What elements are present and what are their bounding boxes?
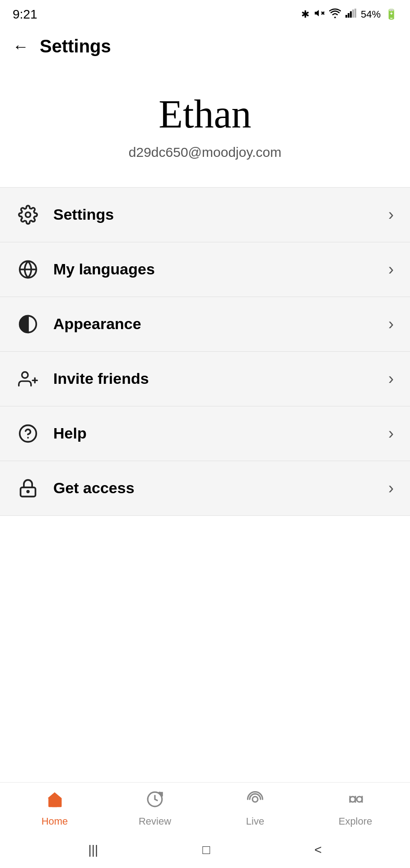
gear-icon — [16, 203, 40, 226]
menu-item-appearance[interactable]: Appearance › — [0, 297, 410, 352]
status-icons: ✱ 54% 🔋 — [301, 8, 397, 21]
menu-item-left: Settings — [16, 203, 114, 226]
battery-indicator: 54% — [361, 9, 381, 20]
review-nav-label: Review — [139, 816, 171, 827]
profile-name: Ethan — [158, 93, 251, 137]
appearance-chevron: › — [388, 315, 394, 334]
explore-icon — [346, 791, 365, 812]
home-nav-label: Home — [42, 816, 68, 827]
languages-chevron: › — [388, 260, 394, 279]
languages-label: My languages — [53, 260, 155, 278]
menu-item-left: Invite friends — [16, 367, 149, 391]
menu-list: Settings › My languages › — [0, 187, 410, 516]
live-nav-label: Live — [246, 816, 264, 827]
invite-chevron: › — [388, 369, 394, 388]
settings-chevron: › — [388, 205, 394, 224]
invite-icon — [16, 367, 40, 391]
menu-item-left: Help — [16, 422, 87, 445]
nav-item-live[interactable]: Live — [205, 791, 305, 827]
lock-icon — [16, 476, 40, 500]
svg-rect-4 — [348, 13, 349, 18]
wifi-icon — [329, 8, 341, 21]
invite-label: Invite friends — [53, 370, 149, 387]
android-back-button[interactable]: < — [314, 843, 321, 857]
help-label: Help — [53, 425, 87, 442]
menu-item-left: Appearance — [16, 312, 141, 336]
signal-icon — [345, 9, 356, 20]
svg-rect-7 — [354, 9, 356, 18]
status-bar: 9:21 ✱ 54 — [0, 0, 410, 27]
bottom-nav: Home Review Live — [0, 782, 410, 832]
content-spacer — [0, 516, 410, 782]
svg-point-18 — [27, 491, 29, 492]
menu-item-left: Get access — [16, 476, 135, 500]
svg-rect-5 — [350, 11, 352, 18]
review-icon — [145, 791, 164, 812]
svg-point-22 — [357, 797, 362, 802]
svg-point-20 — [252, 797, 258, 802]
menu-item-access[interactable]: Get access › — [0, 461, 410, 516]
status-time: 9:21 — [13, 7, 37, 22]
page-title: Settings — [40, 36, 111, 57]
menu-item-help[interactable]: Help › — [0, 406, 410, 461]
nav-item-review[interactable]: Review — [105, 791, 205, 827]
mute-icon — [314, 8, 325, 21]
header: ← Settings — [0, 27, 410, 66]
appearance-label: Appearance — [53, 315, 141, 333]
svg-rect-3 — [345, 15, 347, 18]
svg-point-8 — [26, 212, 31, 217]
live-icon — [246, 791, 265, 812]
help-chevron: › — [388, 424, 394, 443]
svg-marker-0 — [315, 10, 319, 16]
svg-point-21 — [350, 797, 355, 802]
svg-rect-6 — [352, 9, 354, 18]
menu-item-invite[interactable]: Invite friends › — [0, 352, 410, 406]
nav-item-home[interactable]: Home — [5, 791, 105, 827]
nav-item-explore[interactable]: Explore — [305, 791, 405, 827]
android-nav-bar: ||| □ < — [0, 832, 410, 868]
home-icon — [45, 791, 64, 812]
profile-email: d29dc650@moodjoy.com — [129, 145, 281, 160]
profile-section: Ethan d29dc650@moodjoy.com — [0, 66, 410, 187]
svg-point-12 — [22, 372, 28, 378]
appearance-icon — [16, 312, 40, 336]
menu-item-languages[interactable]: My languages › — [0, 242, 410, 297]
android-home-button[interactable]: □ — [202, 843, 210, 857]
android-recent-button[interactable]: ||| — [88, 843, 98, 857]
help-icon — [16, 422, 40, 445]
battery-icon: 🔋 — [385, 9, 397, 20]
access-label: Get access — [53, 479, 135, 497]
bluetooth-icon: ✱ — [301, 9, 309, 20]
globe-icon — [16, 258, 40, 281]
back-button[interactable]: ← — [13, 38, 29, 55]
explore-nav-label: Explore — [339, 816, 373, 827]
settings-label: Settings — [53, 206, 114, 223]
menu-item-settings[interactable]: Settings › — [0, 188, 410, 242]
access-chevron: › — [388, 479, 394, 498]
menu-item-left: My languages — [16, 258, 155, 281]
